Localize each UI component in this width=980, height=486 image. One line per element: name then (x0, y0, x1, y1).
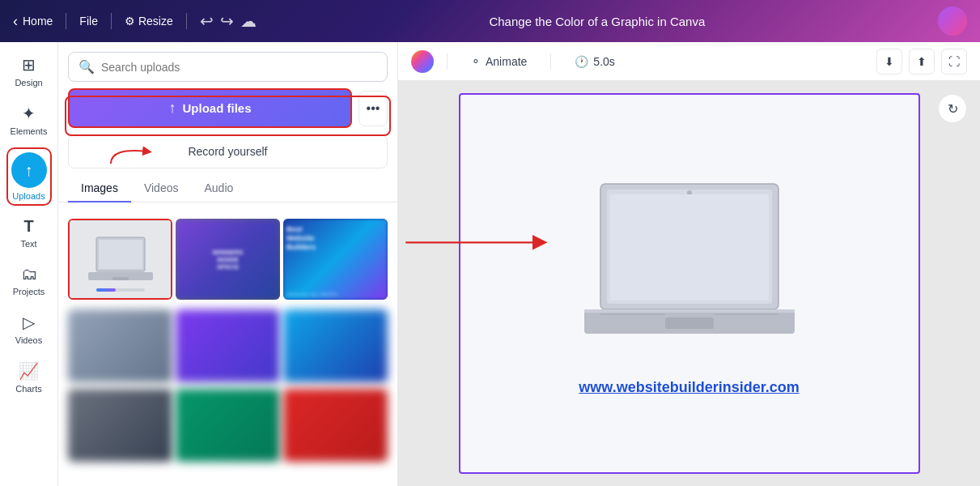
svg-rect-3 (112, 277, 129, 280)
charts-icon: 📈 (19, 361, 39, 381)
upload-btn-label: Upload files (182, 101, 251, 115)
tab-images-label: Images (81, 181, 118, 194)
canvas-frame: www.websitebuilderinsider.com (459, 93, 920, 474)
animate-button[interactable]: ⚬ Animate (460, 49, 537, 74)
blurred-thumb-4[interactable] (68, 309, 172, 382)
sidebar-item-text[interactable]: T Text (5, 211, 53, 255)
blurred-thumb-9[interactable] (283, 389, 388, 462)
toolbar-sep1 (447, 53, 448, 70)
canvas-main: ↻ (398, 81, 980, 486)
home-nav[interactable]: ‹ Home (13, 13, 53, 30)
progress-bar (96, 288, 145, 292)
download-icon: ⬇ (885, 55, 894, 68)
blurred-row (58, 306, 397, 389)
header-left: ‹ Home File ⚙ Resize ↩ ↪ ☁ (13, 11, 257, 31)
duration-label: 5.0s (593, 55, 614, 68)
text-label: Text (20, 239, 36, 249)
tab-videos[interactable]: Videos (131, 175, 192, 202)
blurred-thumb-5[interactable] (176, 309, 280, 382)
sidebar-item-elements[interactable]: ✦ Elements (5, 97, 53, 143)
laptop-svg (576, 172, 803, 366)
svg-rect-1 (99, 240, 142, 269)
videos-icon: ▷ (23, 313, 35, 332)
refresh-button[interactable]: ↻ (938, 94, 967, 123)
elements-icon: ✦ (22, 104, 36, 123)
blurred-thumb-7[interactable] (68, 389, 172, 462)
projects-icon: 🗂 (21, 265, 37, 284)
design-label: Design (15, 78, 42, 87)
upload-panel-inner: 🔍 ↑ Upload files ••• Record yourself (58, 42, 397, 212)
sidebar-item-uploads[interactable]: ↑ Uploads (5, 146, 53, 207)
blurred-thumb-8[interactable] (176, 389, 280, 462)
thumb2-text: WINNERSINSIDESPACE (211, 247, 245, 272)
download-button[interactable]: ⬇ (876, 49, 902, 75)
tab-audio[interactable]: Audio (191, 175, 246, 202)
image-thumb-laptop[interactable] (68, 219, 172, 300)
record-yourself-button[interactable]: Record yourself (68, 134, 388, 168)
cloud-icon[interactable]: ☁ (240, 11, 257, 31)
canvas-area: ⚬ Animate 🕐 5.0s ⬇ ⬆ ⛶ (398, 42, 980, 486)
website-url: www.websitebuilderinsider.com (579, 379, 799, 396)
sidebar-item-videos[interactable]: ▷ Videos (5, 306, 53, 352)
tabs-row: Images Videos Audio (58, 175, 397, 202)
refresh-icon: ↻ (948, 101, 958, 117)
elements-label: Elements (11, 126, 48, 136)
tab-images[interactable]: Images (68, 175, 131, 202)
clock-icon: 🕐 (575, 55, 588, 68)
header-divider (66, 13, 66, 29)
share-button[interactable]: ⬆ (909, 49, 935, 75)
uploads-label: Uploads (12, 191, 45, 201)
duration-button[interactable]: 🕐 5.0s (564, 49, 625, 74)
search-input[interactable] (101, 61, 377, 74)
more-options-button[interactable]: ••• (358, 91, 388, 126)
search-icon: 🔍 (78, 59, 95, 75)
share-icon: ⬆ (917, 55, 927, 68)
redo-icon[interactable]: ↪ (220, 11, 234, 31)
back-arrow-icon: ‹ (13, 13, 18, 30)
sidebar: ⊞ Design ✦ Elements ↑ Uploads T Text 🗂 P… (0, 42, 58, 486)
image-thumb-3[interactable]: BestWebsiteBuilders canva.me, wix, site1… (283, 219, 388, 300)
laptop-thumbnail-bg (70, 220, 171, 298)
search-bar: 🔍 (68, 52, 388, 82)
animate-label: Animate (486, 55, 527, 68)
sidebar-item-projects[interactable]: 🗂 Projects (5, 258, 53, 303)
uploads-active-bg: ↑ (11, 152, 47, 188)
svg-rect-10 (584, 309, 795, 313)
animate-icon: ⚬ (471, 55, 481, 68)
thumb3-subtitle: canva.me, wix, site123+ (286, 292, 384, 296)
resize-menu[interactable]: ⚙ Resize (125, 15, 173, 28)
document-title: Change the Color of a Graphic in Canva (269, 15, 925, 28)
blurred-row2 (58, 389, 397, 468)
resize-label: Resize (138, 15, 173, 28)
sidebar-item-charts[interactable]: 📈 Charts (5, 355, 53, 400)
fullscreen-button[interactable]: ⛶ (941, 49, 967, 75)
more-icon: ••• (367, 101, 380, 116)
blurred-thumb-6[interactable] (283, 309, 388, 382)
avatar[interactable] (938, 6, 967, 36)
svg-rect-13 (714, 313, 778, 315)
record-btn-label: Record yourself (188, 145, 267, 158)
design-icon: ⊞ (22, 55, 36, 75)
header-actions: ↩ ↪ ☁ (200, 11, 257, 31)
undo-icon[interactable]: ↩ (200, 11, 214, 31)
svg-rect-11 (665, 318, 714, 329)
tab-audio-label: Audio (204, 181, 233, 194)
progress-fill (96, 288, 116, 292)
sidebar-item-design[interactable]: ⊞ Design (5, 49, 53, 94)
text-icon: T (23, 217, 33, 236)
file-menu[interactable]: File (79, 15, 98, 28)
image-thumb-2[interactable]: WINNERSINSIDESPACE (176, 219, 280, 300)
color-swatch[interactable] (411, 50, 434, 73)
charts-label: Charts (15, 384, 41, 394)
thumb2-content: WINNERSINSIDESPACE (176, 219, 280, 300)
resize-icon: ⚙ (125, 15, 135, 28)
upload-files-button[interactable]: ↑ Upload files (68, 88, 352, 128)
canvas-toolbar: ⚬ Animate 🕐 5.0s ⬇ ⬆ ⛶ (398, 42, 980, 81)
fullscreen-icon: ⛶ (948, 55, 960, 68)
tab-videos-label: Videos (144, 181, 179, 194)
canvas-top-right-actions: ⬇ ⬆ ⛶ (876, 49, 967, 75)
uploads-icon: ↑ (25, 161, 33, 180)
header-divider2 (111, 13, 112, 29)
svg-rect-12 (600, 313, 665, 315)
header-divider3 (186, 13, 187, 29)
